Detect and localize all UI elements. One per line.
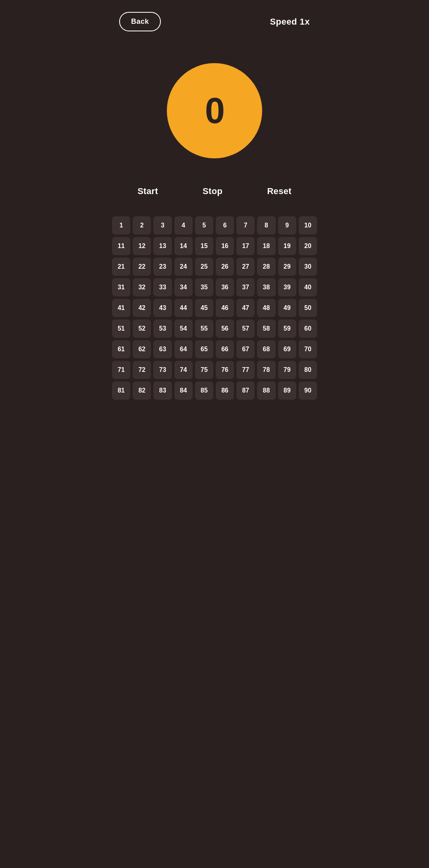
number-cell-53[interactable]: 53 xyxy=(153,319,172,338)
number-cell-15[interactable]: 15 xyxy=(195,237,213,255)
number-cell-8[interactable]: 8 xyxy=(257,216,275,235)
number-cell-78[interactable]: 78 xyxy=(257,361,275,379)
number-cell-55[interactable]: 55 xyxy=(195,319,213,338)
number-cell-90[interactable]: 90 xyxy=(299,381,317,400)
number-cell-16[interactable]: 16 xyxy=(216,237,234,255)
number-cell-83[interactable]: 83 xyxy=(153,381,172,400)
number-cell-82[interactable]: 82 xyxy=(133,381,151,400)
number-cell-79[interactable]: 79 xyxy=(278,361,296,379)
number-cell-22[interactable]: 22 xyxy=(133,258,151,276)
number-cell-19[interactable]: 19 xyxy=(278,237,296,255)
timer-circle[interactable]: 0 xyxy=(167,63,262,158)
number-cell-21[interactable]: 21 xyxy=(112,258,130,276)
back-button[interactable]: Back xyxy=(119,12,161,31)
number-cell-9[interactable]: 9 xyxy=(278,216,296,235)
number-cell-54[interactable]: 54 xyxy=(174,319,193,338)
number-cell-29[interactable]: 29 xyxy=(278,258,296,276)
number-cell-18[interactable]: 18 xyxy=(257,237,275,255)
number-cell-50[interactable]: 50 xyxy=(299,299,317,317)
number-cell-11[interactable]: 11 xyxy=(112,237,130,255)
number-cell-45[interactable]: 45 xyxy=(195,299,213,317)
number-cell-39[interactable]: 39 xyxy=(278,278,296,296)
controls-section: Start Stop Reset xyxy=(107,178,322,212)
number-cell-30[interactable]: 30 xyxy=(299,258,317,276)
number-cell-59[interactable]: 59 xyxy=(278,319,296,338)
number-cell-88[interactable]: 88 xyxy=(257,381,275,400)
number-cell-3[interactable]: 3 xyxy=(153,216,172,235)
number-cell-40[interactable]: 40 xyxy=(299,278,317,296)
stop-button[interactable]: Stop xyxy=(203,186,222,196)
number-cell-62[interactable]: 62 xyxy=(133,340,151,358)
number-cell-68[interactable]: 68 xyxy=(257,340,275,358)
number-cell-52[interactable]: 52 xyxy=(133,319,151,338)
number-cell-33[interactable]: 33 xyxy=(153,278,172,296)
header: Back Speed 1x xyxy=(107,0,322,39)
number-cell-24[interactable]: 24 xyxy=(174,258,193,276)
number-cell-89[interactable]: 89 xyxy=(278,381,296,400)
number-cell-37[interactable]: 37 xyxy=(236,278,255,296)
number-cell-48[interactable]: 48 xyxy=(257,299,275,317)
number-cell-27[interactable]: 27 xyxy=(236,258,255,276)
number-cell-38[interactable]: 38 xyxy=(257,278,275,296)
number-cell-87[interactable]: 87 xyxy=(236,381,255,400)
reset-button[interactable]: Reset xyxy=(267,186,291,196)
number-cell-1[interactable]: 1 xyxy=(112,216,130,235)
number-cell-57[interactable]: 57 xyxy=(236,319,255,338)
timer-section: 0 xyxy=(107,39,322,178)
number-cell-76[interactable]: 76 xyxy=(216,361,234,379)
number-cell-17[interactable]: 17 xyxy=(236,237,255,255)
number-cell-74[interactable]: 74 xyxy=(174,361,193,379)
number-cell-43[interactable]: 43 xyxy=(153,299,172,317)
number-cell-23[interactable]: 23 xyxy=(153,258,172,276)
number-cell-51[interactable]: 51 xyxy=(112,319,130,338)
number-cell-80[interactable]: 80 xyxy=(299,361,317,379)
number-cell-7[interactable]: 7 xyxy=(236,216,255,235)
number-cell-86[interactable]: 86 xyxy=(216,381,234,400)
number-cell-41[interactable]: 41 xyxy=(112,299,130,317)
number-cell-67[interactable]: 67 xyxy=(236,340,255,358)
number-cell-10[interactable]: 10 xyxy=(299,216,317,235)
number-cell-42[interactable]: 42 xyxy=(133,299,151,317)
number-cell-44[interactable]: 44 xyxy=(174,299,193,317)
number-cell-28[interactable]: 28 xyxy=(257,258,275,276)
number-cell-63[interactable]: 63 xyxy=(153,340,172,358)
number-cell-66[interactable]: 66 xyxy=(216,340,234,358)
number-cell-31[interactable]: 31 xyxy=(112,278,130,296)
number-cell-72[interactable]: 72 xyxy=(133,361,151,379)
number-cell-58[interactable]: 58 xyxy=(257,319,275,338)
number-cell-4[interactable]: 4 xyxy=(174,216,193,235)
number-cell-14[interactable]: 14 xyxy=(174,237,193,255)
number-cell-6[interactable]: 6 xyxy=(216,216,234,235)
number-cell-46[interactable]: 46 xyxy=(216,299,234,317)
number-cell-49[interactable]: 49 xyxy=(278,299,296,317)
number-cell-26[interactable]: 26 xyxy=(216,258,234,276)
number-cell-71[interactable]: 71 xyxy=(112,361,130,379)
number-cell-69[interactable]: 69 xyxy=(278,340,296,358)
number-cell-13[interactable]: 13 xyxy=(153,237,172,255)
number-cell-25[interactable]: 25 xyxy=(195,258,213,276)
number-cell-75[interactable]: 75 xyxy=(195,361,213,379)
timer-value: 0 xyxy=(205,90,224,131)
number-cell-70[interactable]: 70 xyxy=(299,340,317,358)
number-cell-73[interactable]: 73 xyxy=(153,361,172,379)
number-cell-65[interactable]: 65 xyxy=(195,340,213,358)
number-cell-77[interactable]: 77 xyxy=(236,361,255,379)
number-cell-12[interactable]: 12 xyxy=(133,237,151,255)
number-cell-35[interactable]: 35 xyxy=(195,278,213,296)
number-cell-84[interactable]: 84 xyxy=(174,381,193,400)
number-cell-34[interactable]: 34 xyxy=(174,278,193,296)
number-cell-36[interactable]: 36 xyxy=(216,278,234,296)
number-cell-81[interactable]: 81 xyxy=(112,381,130,400)
number-cell-61[interactable]: 61 xyxy=(112,340,130,358)
number-cell-2[interactable]: 2 xyxy=(133,216,151,235)
number-cell-47[interactable]: 47 xyxy=(236,299,255,317)
number-cell-60[interactable]: 60 xyxy=(299,319,317,338)
number-cell-56[interactable]: 56 xyxy=(216,319,234,338)
number-cell-85[interactable]: 85 xyxy=(195,381,213,400)
number-cell-32[interactable]: 32 xyxy=(133,278,151,296)
number-grid: 1234567891011121314151617181920212223242… xyxy=(107,212,322,412)
start-button[interactable]: Start xyxy=(137,186,158,196)
number-cell-64[interactable]: 64 xyxy=(174,340,193,358)
number-cell-20[interactable]: 20 xyxy=(299,237,317,255)
number-cell-5[interactable]: 5 xyxy=(195,216,213,235)
